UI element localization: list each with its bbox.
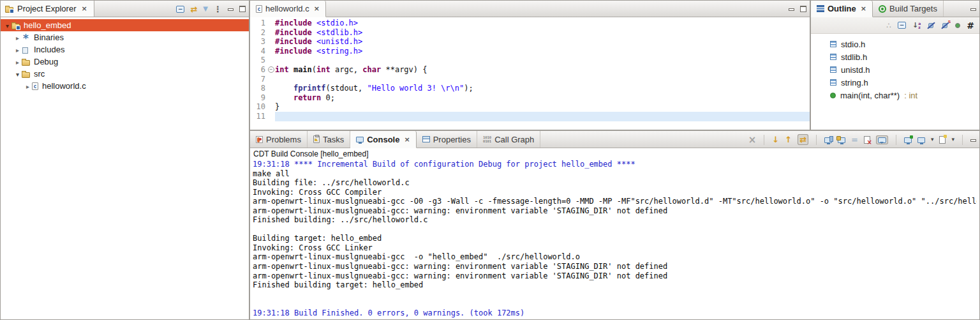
- close-tab-icon[interactable]: ×: [861, 4, 866, 13]
- tab-label: Tasks: [323, 135, 344, 144]
- line-number: 5: [250, 56, 267, 65]
- tree-item-includes[interactable]: Includes: [1, 43, 249, 56]
- tab-build-targets[interactable]: Build Targets: [873, 1, 944, 17]
- hide-non-public-icon[interactable]: [955, 23, 960, 28]
- tab-call-graph[interactable]: Call Graph: [477, 131, 540, 148]
- code-line: 5: [250, 56, 810, 65]
- tab-tasks[interactable]: Tasks: [308, 131, 350, 148]
- close-view-icon[interactable]: ×: [81, 4, 87, 13]
- tree-item-label: Binaries: [34, 33, 64, 42]
- tab-console[interactable]: Console×: [350, 131, 417, 148]
- outline-item-label: string.h: [841, 78, 868, 88]
- outline-list[interactable]: stdio.hstdlib.hunistd.hstring.hmain(int,…: [811, 34, 979, 102]
- clear-console-icon[interactable]: [864, 136, 870, 144]
- fold-column: [267, 47, 275, 56]
- collapse-arrow-icon[interactable]: [13, 69, 22, 79]
- filter-icon[interactable]: [203, 6, 208, 12]
- outline-panel: Outline×Build Targets s stdio.hstdlib.hu…: [810, 0, 980, 130]
- dropdown-arrow-icon[interactable]: [931, 137, 934, 142]
- hide-fields-icon[interactable]: [927, 22, 935, 29]
- minimize-icon[interactable]: [970, 8, 976, 11]
- collapse-arrow-icon[interactable]: [3, 20, 11, 30]
- minimize-icon[interactable]: [789, 8, 794, 11]
- tab-helloworld-c[interactable]: helloworld.c ×: [250, 1, 326, 17]
- maximize-icon[interactable]: [239, 6, 246, 12]
- sync-button[interactable]: [798, 134, 808, 145]
- project-tree[interactable]: hello_embedBinariesIncludesDebugsrchello…: [1, 17, 249, 92]
- display-console-icon[interactable]: [917, 137, 925, 143]
- tab-problems[interactable]: Problems: [250, 131, 308, 148]
- minimize-icon[interactable]: [228, 8, 234, 11]
- terminate-icon[interactable]: [748, 136, 757, 144]
- hide-inactive-icon[interactable]: [967, 22, 974, 29]
- collapse-all-icon[interactable]: [898, 22, 906, 29]
- console-subtitle: CDT Build Console [hello_embed]: [250, 148, 979, 159]
- expand-arrow-icon[interactable]: [24, 81, 32, 91]
- outline-item-stdio-h[interactable]: stdio.h: [811, 38, 979, 50]
- code-line: 8 fprintf(stdout, "Hello world 3! \r\n")…: [250, 84, 810, 93]
- pin-console-icon[interactable]: [904, 137, 912, 143]
- dropdown-arrow-icon[interactable]: [951, 137, 954, 142]
- sync-icon[interactable]: [799, 135, 806, 144]
- console-line: 19:31:18 Build Finished. 0 errors, 0 war…: [253, 309, 977, 318]
- console-line: [253, 290, 977, 300]
- include-icon: [830, 54, 836, 60]
- console-line: Finished building target: hello_embed: [253, 280, 977, 290]
- project-explorer-toolbar: [176, 1, 246, 17]
- toolbar-separator: [896, 135, 896, 145]
- link-with-editor-icon[interactable]: [190, 5, 197, 13]
- toolbar-separator: [764, 135, 764, 145]
- previous-icon[interactable]: [785, 135, 792, 144]
- outline-item-unistd-h[interactable]: unistd.h: [811, 63, 979, 76]
- close-tab-icon[interactable]: ×: [404, 135, 410, 144]
- expand-arrow-icon[interactable]: [13, 33, 22, 42]
- focus-icon[interactable]: [886, 22, 891, 29]
- c-file-icon: [256, 5, 262, 13]
- line-number: 1: [250, 19, 267, 28]
- view-menu-icon[interactable]: [214, 5, 222, 13]
- open-console-icon[interactable]: [939, 136, 946, 144]
- code-editor[interactable]: 1#include <stdio.h>2#include <stdlib.h>3…: [250, 17, 810, 130]
- sort-icon[interactable]: [912, 22, 921, 29]
- next-icon[interactable]: [772, 135, 779, 144]
- tab-outline[interactable]: Outline×: [811, 1, 873, 17]
- monitor-lock-icon[interactable]: [838, 137, 845, 143]
- console-panel: ProblemsTasksConsole×PropertiesCall Grap…: [249, 130, 980, 320]
- console-output[interactable]: 19:31:18 **** Incremental Build of confi…: [250, 159, 979, 317]
- code-text: [275, 75, 810, 84]
- monitor-scroll-icon[interactable]: [824, 137, 832, 143]
- close-tab-icon[interactable]: ×: [314, 4, 320, 13]
- code-line: 6int main(int argc, char **argv) {: [250, 65, 810, 75]
- wrap-lines-icon[interactable]: [851, 136, 858, 144]
- tree-item-debug[interactable]: Debug: [1, 56, 249, 68]
- expand-arrow-icon[interactable]: [13, 45, 22, 54]
- editor-tab-label: helloworld.c: [265, 4, 309, 13]
- editor-tabbar: helloworld.c ×: [250, 1, 810, 17]
- tree-item-binaries[interactable]: Binaries: [1, 31, 249, 43]
- hide-static-icon[interactable]: s: [941, 22, 949, 29]
- include-icon: [830, 79, 836, 86]
- tree-item-src[interactable]: src: [1, 68, 249, 80]
- expand-arrow-icon[interactable]: [13, 57, 22, 66]
- console-line: arm-openwrt-linux-muslgnueabi-gcc: warni…: [253, 206, 977, 216]
- console-line: make all: [253, 169, 977, 179]
- code-text: [275, 112, 810, 121]
- outline-item-string-h[interactable]: string.h: [811, 76, 979, 89]
- outline-item-main-int-char-[interactable]: main(int, char**) : int: [811, 89, 979, 102]
- outline-item-stdlib-h[interactable]: stdlib.h: [811, 50, 979, 63]
- minimize-icon[interactable]: [970, 139, 976, 142]
- properties-icon: [422, 136, 430, 142]
- word-wrap-icon[interactable]: [878, 137, 886, 143]
- tab-properties[interactable]: Properties: [417, 131, 477, 148]
- tab-label: Properties: [433, 135, 471, 144]
- tree-item-label: Includes: [34, 45, 64, 54]
- word-wrap-button[interactable]: [876, 135, 888, 144]
- folder-icon: [22, 72, 30, 78]
- collapse-all-icon[interactable]: [176, 6, 184, 13]
- tree-item-helloworld-c[interactable]: helloworld.c: [1, 80, 249, 92]
- outline-window-buttons: [970, 1, 976, 17]
- fold-marker-icon[interactable]: [267, 65, 275, 75]
- maximize-icon[interactable]: [800, 6, 806, 12]
- tab-project-explorer[interactable]: Project Explorer ×: [1, 1, 94, 17]
- tree-item-hello-embed[interactable]: hello_embed: [1, 19, 249, 31]
